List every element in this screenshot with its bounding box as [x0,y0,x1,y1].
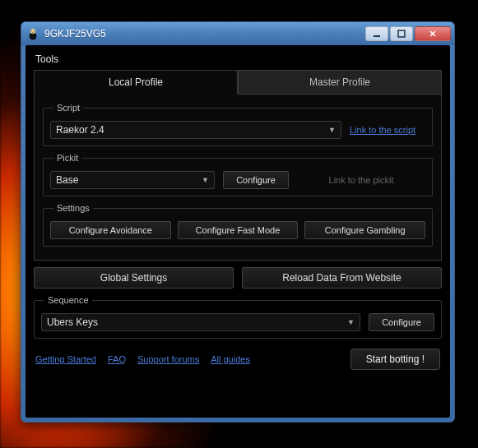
reload-data-button[interactable]: Reload Data From Website [242,267,442,289]
script-group: Script Raekor 2.4 ▼ Link to the script [43,103,433,146]
client-area: Tools Local Profile Master Profile Scrip… [26,45,450,418]
sequence-select[interactable]: Ubers Keys ▼ [41,313,360,331]
menu-tools[interactable]: Tools [35,53,58,65]
window-controls [365,26,451,41]
minimize-icon [373,30,381,38]
tab-body: Script Raekor 2.4 ▼ Link to the script P… [34,95,442,261]
pickit-legend: Pickit [53,153,81,163]
svg-rect-4 [374,35,380,37]
all-guides-link[interactable]: All guides [211,354,250,364]
minimize-button[interactable] [365,26,388,41]
svg-rect-5 [398,30,405,37]
chevron-down-icon: ▼ [202,176,209,184]
configure-fastmode-button[interactable]: Configure Fast Mode [178,221,299,239]
sequence-selected: Ubers Keys [47,316,98,328]
script-select[interactable]: Raekor 2.4 ▼ [50,121,341,139]
maximize-icon [397,30,406,38]
pickit-group: Pickit Base ▼ Configure Link to the pick… [43,153,433,196]
sequence-legend: Sequence [44,295,92,305]
pickit-select[interactable]: Base ▼ [50,171,215,189]
tab-master-profile[interactable]: Master Profile [238,70,442,95]
pickit-configure-button[interactable]: Configure [223,171,289,189]
app-window: 9GKJF25VG5 Tools Local Profile Master Pr… [21,21,455,423]
maximize-button[interactable] [390,26,413,41]
configure-avoidance-button[interactable]: Configure Avoidance [50,221,171,239]
tab-row: Local Profile Master Profile [34,70,442,95]
svg-point-2 [31,30,32,31]
close-button[interactable] [415,26,451,41]
global-settings-button[interactable]: Global Settings [34,267,234,289]
start-botting-button[interactable]: Start botting ! [350,349,440,370]
footer-row: Getting Started FAQ Support forums All g… [34,349,442,370]
getting-started-link[interactable]: Getting Started [35,354,96,364]
close-icon [429,30,437,38]
menubar: Tools [34,52,442,70]
app-title: 9GKJF25VG5 [44,28,365,39]
global-button-row: Global Settings Reload Data From Website [34,267,442,289]
sequence-group: Sequence Ubers Keys ▼ Configure [34,295,442,339]
chevron-down-icon: ▼ [347,318,355,326]
svg-point-3 [34,30,35,31]
sequence-configure-button[interactable]: Configure [369,313,434,331]
support-forums-link[interactable]: Support forums [137,354,199,364]
configure-gambling-button[interactable]: Configure Gambling [304,221,425,239]
settings-legend: Settings [53,203,93,213]
script-selected: Raekor 2.4 [56,124,104,136]
script-link[interactable]: Link to the script [350,125,425,135]
pickit-selected: Base [56,174,78,186]
settings-group: Settings Configure Avoidance Configure F… [43,203,433,247]
faq-link[interactable]: FAQ [108,354,126,364]
titlebar[interactable]: 9GKJF25VG5 [21,22,454,45]
tab-local-profile[interactable]: Local Profile [34,70,238,95]
chevron-down-icon: ▼ [328,126,336,134]
pickit-link: Link to the pickit [297,175,425,185]
app-icon [26,27,39,40]
script-legend: Script [53,103,83,113]
